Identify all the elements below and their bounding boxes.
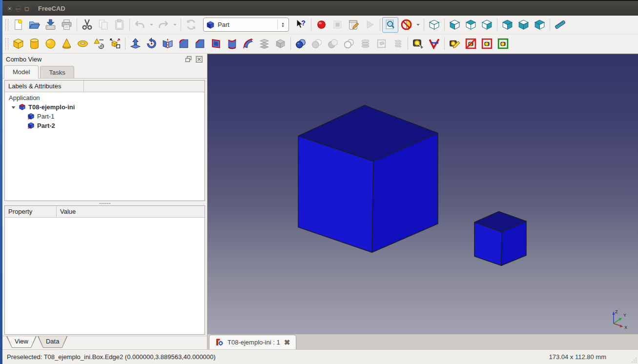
- workbench-selector-spinner[interactable]: ▲▼: [277, 20, 286, 30]
- tab-model[interactable]: Model: [4, 65, 39, 79]
- part-box-button[interactable]: [10, 36, 26, 52]
- float-panel-button[interactable]: [185, 56, 193, 63]
- axis-x-label: X: [624, 325, 627, 330]
- property-view-tabs: ViewData: [2, 336, 207, 349]
- tree-item-application[interactable]: Application: [5, 93, 205, 102]
- tree-item-label: Part-2: [37, 122, 55, 129]
- view-bottom-button[interactable]: [515, 17, 532, 33]
- view-rear-button[interactable]: [499, 17, 515, 33]
- fillet-button[interactable]: [176, 36, 192, 52]
- boolean-section-button[interactable]: [341, 36, 357, 52]
- create-primitives-button[interactable]: [91, 36, 107, 52]
- view-left-button[interactable]: [532, 17, 548, 33]
- draw-style-menu-button[interactable]: [414, 17, 422, 33]
- cross-sections-button[interactable]: [357, 36, 373, 52]
- macro-edit-button[interactable]: [346, 17, 362, 33]
- property-header: PropertyValue: [5, 206, 205, 218]
- macro-play-button[interactable]: [362, 17, 378, 33]
- make-face-from-wires-button[interactable]: [208, 36, 224, 52]
- document-area: Z Y X T08-ejemplo-ini : 1 ✖: [207, 54, 638, 349]
- chamfer-button[interactable]: [192, 36, 208, 52]
- measure-refresh-button[interactable]: [447, 36, 463, 52]
- part-workbench-icon: [206, 20, 215, 29]
- save-document-button[interactable]: [42, 17, 59, 33]
- whats-this-button[interactable]: ?: [293, 17, 309, 33]
- 3d-viewport[interactable]: Z Y X: [207, 54, 638, 334]
- tab-data[interactable]: Data: [38, 336, 67, 348]
- view-front-button[interactable]: [447, 17, 463, 33]
- measure-toggle-delta-button[interactable]: [495, 36, 511, 52]
- workbench-selector[interactable]: Part▲▼: [203, 18, 289, 32]
- part-torus-button[interactable]: [75, 36, 91, 52]
- close-window-button[interactable]: ✕: [7, 6, 12, 12]
- extrude-button[interactable]: [127, 36, 144, 52]
- freecad-window: ✕—▢ FreeCAD Part▲▼? Combo View ModelTask…: [0, 0, 638, 364]
- boolean-common-button[interactable]: [309, 36, 325, 52]
- toolbar-separator: [311, 19, 311, 31]
- measure-toggle-3d-icon: [481, 38, 493, 50]
- close-document-icon[interactable]: ✖: [284, 339, 290, 346]
- ruled-surface-button[interactable]: [224, 36, 240, 52]
- toolbar-drag-handle[interactable]: [5, 38, 8, 50]
- thickness-button[interactable]: [390, 36, 406, 52]
- redo-history-button[interactable]: [171, 17, 179, 33]
- tree-part-icon: [27, 122, 35, 129]
- measure-toggle-3d-button[interactable]: [479, 36, 495, 52]
- offset-button[interactable]: [272, 36, 288, 52]
- tab-view[interactable]: View: [6, 336, 37, 348]
- loft-icon: [258, 38, 270, 50]
- toolbar-drag-handle[interactable]: [5, 19, 8, 31]
- view-top-button[interactable]: [463, 17, 479, 33]
- boolean-union-button[interactable]: [293, 36, 309, 52]
- make-compound-button[interactable]: [373, 36, 390, 52]
- shape-builder-button[interactable]: [107, 36, 123, 52]
- panel-splitter[interactable]: [2, 201, 207, 205]
- tree-item-part-1[interactable]: Part-1: [5, 112, 205, 121]
- document-tab-label: T08-ejemplo-ini : 1: [227, 339, 280, 346]
- view-fit-all-button[interactable]: [382, 17, 398, 33]
- open-document-button[interactable]: [26, 17, 42, 33]
- revolve-button[interactable]: [144, 36, 160, 52]
- view-axonometric-icon: [428, 19, 440, 31]
- close-panel-button[interactable]: [195, 56, 204, 63]
- new-document-button[interactable]: [10, 17, 26, 33]
- measure-distance-button[interactable]: [552, 17, 568, 33]
- maximize-window-button[interactable]: ▢: [24, 6, 30, 12]
- measure-toggle-all-button[interactable]: [463, 36, 479, 52]
- undo-history-button[interactable]: [148, 17, 155, 33]
- tree-item-document[interactable]: T08-ejemplo-ini: [5, 102, 205, 112]
- draw-style-button[interactable]: [398, 17, 414, 33]
- macro-stop-button[interactable]: [329, 17, 346, 33]
- boolean-cut-button[interactable]: [325, 36, 341, 52]
- minimize-window-button[interactable]: —: [16, 6, 21, 12]
- tree-expander-icon[interactable]: [11, 104, 16, 110]
- document-tab[interactable]: T08-ejemplo-ini : 1 ✖: [209, 335, 296, 349]
- mirror-button[interactable]: [160, 36, 176, 52]
- measure-angular-icon: [428, 38, 440, 50]
- tab-tasks[interactable]: Tasks: [40, 66, 74, 78]
- tree-item-part-2[interactable]: Part-2: [5, 121, 205, 130]
- redo-button[interactable]: [155, 17, 171, 33]
- loft-button[interactable]: [256, 36, 272, 52]
- resize-grip[interactable]: [631, 357, 638, 364]
- measure-angular-button[interactable]: [426, 36, 442, 52]
- extrude-icon: [129, 38, 142, 50]
- view-axonometric-button[interactable]: [426, 17, 442, 33]
- measure-linear-button[interactable]: [410, 36, 426, 52]
- part-cone-button[interactable]: [59, 36, 75, 52]
- part-cylinder-button[interactable]: [26, 36, 42, 52]
- undo-button[interactable]: [132, 17, 148, 33]
- cut-button[interactable]: [79, 17, 95, 33]
- measure-linear-icon: [412, 38, 424, 50]
- copy-button[interactable]: [95, 17, 111, 33]
- sweep-button[interactable]: [240, 36, 256, 52]
- view-right-button[interactable]: [479, 17, 495, 33]
- part-sphere-button[interactable]: [42, 36, 59, 52]
- refresh-button[interactable]: [183, 17, 199, 33]
- paste-button[interactable]: [111, 17, 127, 33]
- macro-record-button[interactable]: [313, 17, 329, 33]
- more-icon: [148, 21, 155, 28]
- title-bar: ✕—▢ FreeCAD: [2, 0, 638, 16]
- toolbar-separator: [424, 19, 424, 31]
- print-button[interactable]: [59, 17, 75, 33]
